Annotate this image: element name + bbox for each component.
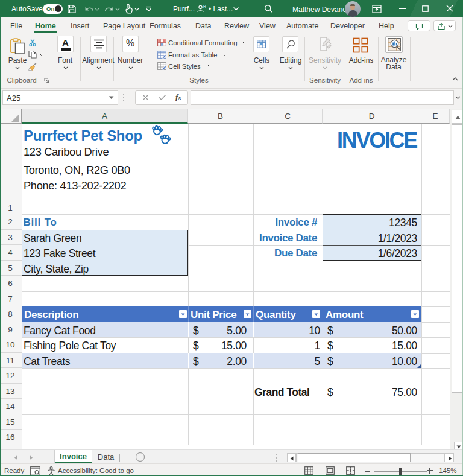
svg-text:R: R [203,4,206,8]
